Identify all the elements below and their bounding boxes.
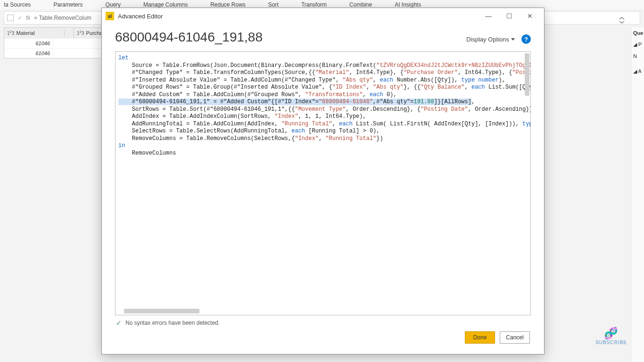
dna-icon: 🧬	[604, 327, 619, 340]
cell: 61046	[4, 49, 53, 58]
help-icon[interactable]: ?	[521, 34, 531, 44]
panel-row: ◢ P	[633, 41, 642, 48]
cell	[53, 39, 102, 48]
data-table: 123 Material 123 Purcha 61046 61046	[4, 27, 103, 58]
table-row[interactable]: 61046	[4, 48, 102, 58]
window-title: Advanced Editor	[118, 13, 163, 20]
cell: 61046	[4, 39, 53, 48]
datatype-icon: 123	[7, 30, 15, 36]
ribbon-item[interactable]: AI Insights	[395, 1, 421, 8]
subscribe-watermark: 🧬 SUBSCRIBE	[595, 327, 627, 345]
app-icon: al	[106, 12, 114, 20]
ribbon-item[interactable]: Sort	[268, 1, 279, 8]
titlebar: al Advanced Editor — ☐ ✕	[102, 8, 544, 24]
code-editor[interactable]: let Source = Table.FromRows(Json.Documen…	[115, 51, 531, 315]
done-button[interactable]: Done	[465, 331, 495, 344]
ribbon-item[interactable]: Manage Columns	[143, 1, 188, 8]
cell	[53, 49, 102, 58]
check-icon[interactable]: ✓	[17, 15, 22, 21]
panel-header[interactable]: Que	[633, 30, 642, 36]
scrollbar-horizontal[interactable]	[124, 309, 199, 313]
formula-dropdown[interactable]	[7, 15, 14, 21]
column-header[interactable]: 123 Material	[4, 28, 74, 38]
right-panel: Que ◢ P N ◢ A	[631, 27, 644, 362]
table-row[interactable]: 61046	[4, 38, 102, 48]
fx-icon[interactable]: fx	[26, 15, 30, 21]
ribbon-item[interactable]: Parameters	[53, 1, 83, 8]
ribbon-item[interactable]: Combine	[349, 1, 372, 8]
query-name-heading: 68000494-61046_191,88	[115, 30, 263, 45]
advanced-editor-dialog: al Advanced Editor — ☐ ✕ 68000494-61046_…	[101, 8, 545, 354]
column-label: Material	[17, 30, 35, 36]
minimize-button[interactable]: —	[478, 9, 499, 23]
column-label: Purcha	[86, 30, 103, 36]
ribbon-item[interactable]: ta Sources	[4, 1, 31, 8]
maximize-button[interactable]: ☐	[499, 9, 520, 23]
ribbon-item[interactable]: Reduce Rows	[210, 1, 246, 8]
column-header[interactable]: 123 Purcha	[74, 28, 102, 38]
ribbon-item[interactable]: Query	[105, 1, 121, 8]
close-button[interactable]: ✕	[520, 9, 540, 23]
panel-row: ◢ A	[633, 68, 642, 74]
display-options-dropdown[interactable]: Display Options	[466, 36, 515, 43]
panel-row: N	[633, 53, 642, 59]
watermark-text: SUBSCRIBE	[595, 340, 627, 345]
ribbon-item[interactable]: Transform	[301, 1, 327, 8]
scrollbar-vertical[interactable]	[525, 53, 529, 96]
chevron-down-icon	[511, 38, 515, 41]
expand-formula-icon[interactable]	[619, 17, 625, 25]
cancel-button[interactable]: Cancel	[500, 331, 530, 344]
check-icon: ✓	[116, 319, 122, 327]
column-filter-icon[interactable]	[64, 30, 71, 36]
status-bar: ✓ No syntax errors have been detected.	[115, 315, 531, 329]
status-text: No syntax errors have been detected.	[125, 320, 220, 326]
datatype-icon: 123	[77, 30, 84, 36]
